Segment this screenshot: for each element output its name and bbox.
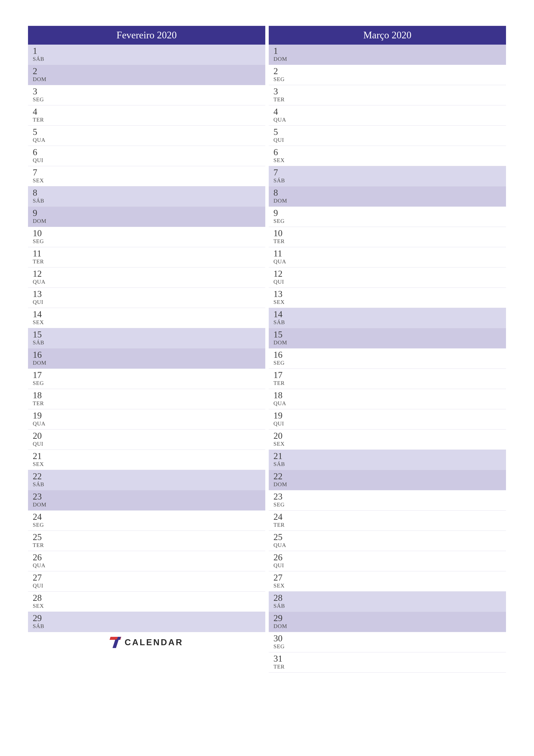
day-number: 15	[273, 330, 502, 339]
day-number: 3	[33, 87, 262, 96]
day-abbr: TER	[33, 117, 262, 123]
day-abbr: QUA	[273, 258, 502, 265]
day-abbr: QUA	[273, 400, 502, 407]
day-row: 5QUA	[28, 126, 265, 146]
day-number: 14	[33, 310, 262, 319]
day-row: 4TER	[28, 105, 265, 126]
day-abbr: DOM	[273, 339, 502, 346]
day-number: 21	[33, 451, 262, 461]
day-number: 29	[273, 613, 502, 623]
day-number: 27	[33, 573, 262, 582]
day-row: 20SEX	[269, 429, 506, 450]
day-number: 1	[273, 46, 502, 55]
day-abbr: SÁB	[33, 339, 262, 346]
day-row: 24SEG	[28, 511, 265, 531]
day-abbr: SEG	[33, 380, 262, 387]
day-row: 2DOM	[28, 65, 265, 85]
day-number: 11	[33, 249, 262, 258]
day-row: 9SEG	[269, 207, 506, 227]
day-number: 15	[33, 330, 262, 339]
day-row: 3SEG	[28, 85, 265, 105]
day-row: 27SEX	[269, 571, 506, 592]
day-number: 17	[33, 370, 262, 380]
day-row: 15SÁB	[28, 328, 265, 348]
day-abbr: DOM	[273, 198, 502, 204]
day-row: 16SEG	[269, 348, 506, 369]
month-column-fevereiro: Fevereiro 2020 1SÁB2DOM3SEG4TER5QUA6QUI7…	[28, 26, 265, 673]
day-abbr: SÁB	[273, 461, 502, 468]
day-abbr: QUA	[33, 562, 262, 569]
day-row: 11QUA	[269, 247, 506, 267]
day-number: 7	[33, 168, 262, 177]
day-row: 14SEX	[28, 308, 265, 328]
day-abbr: DOM	[273, 481, 502, 488]
day-number: 25	[33, 532, 262, 542]
day-row: 22DOM	[269, 470, 506, 490]
day-row: 18TER	[28, 389, 265, 409]
day-row: 28SEX	[28, 592, 265, 612]
day-row: 31TER	[269, 652, 506, 673]
day-number: 28	[273, 593, 502, 602]
day-row: 2SEG	[269, 65, 506, 85]
day-row: 21SEX	[28, 450, 265, 470]
day-number: 18	[33, 391, 262, 400]
day-number: 1	[33, 46, 262, 55]
day-abbr: SEX	[273, 157, 502, 164]
day-row: 5QUI	[269, 126, 506, 146]
day-number: 17	[273, 370, 502, 380]
day-abbr: SÁB	[33, 623, 262, 630]
day-abbr: QUI	[273, 562, 502, 569]
day-row: 25TER	[28, 531, 265, 551]
day-row: 7SEX	[28, 166, 265, 186]
day-number: 22	[273, 472, 502, 481]
day-abbr: QUA	[273, 542, 502, 549]
day-number: 25	[273, 532, 502, 542]
day-row: 24TER	[269, 511, 506, 531]
day-abbr: SÁB	[273, 603, 502, 609]
day-row: 1DOM	[269, 44, 506, 65]
month-days-list: 1SÁB2DOM3SEG4TER5QUA6QUI7SEX8SÁB9DOM10SE…	[28, 44, 265, 632]
day-row: 20QUI	[28, 429, 265, 450]
day-abbr: SÁB	[273, 319, 502, 326]
day-row: 8DOM	[269, 186, 506, 207]
day-number: 26	[33, 553, 262, 562]
day-abbr: SEG	[273, 218, 502, 224]
day-number: 11	[273, 249, 502, 258]
day-row: 1SÁB	[28, 44, 265, 65]
day-number: 10	[273, 229, 502, 238]
day-row: 4QUA	[269, 105, 506, 126]
day-number: 24	[33, 512, 262, 521]
day-abbr: DOM	[273, 56, 502, 62]
day-abbr: QUI	[33, 441, 262, 447]
day-abbr: TER	[273, 96, 502, 103]
day-row: 18QUA	[269, 389, 506, 409]
day-number: 19	[33, 411, 262, 420]
day-abbr: QUI	[33, 582, 262, 589]
day-row: 26QUA	[28, 551, 265, 571]
day-number: 5	[33, 127, 262, 136]
day-row: 12QUA	[28, 267, 265, 288]
day-abbr: QUA	[33, 137, 262, 143]
day-number: 21	[273, 451, 502, 461]
day-abbr: QUA	[33, 279, 262, 285]
day-number: 16	[33, 350, 262, 359]
day-number: 13	[273, 289, 502, 298]
day-abbr: SEX	[33, 461, 262, 468]
day-number: 9	[33, 208, 262, 217]
day-abbr: DOM	[33, 218, 262, 224]
day-number: 31	[273, 654, 502, 663]
day-abbr: QUI	[33, 299, 262, 305]
day-row: 26QUI	[269, 551, 506, 571]
day-number: 12	[273, 269, 502, 278]
day-row: 17SEG	[28, 369, 265, 389]
day-abbr: SEG	[273, 501, 502, 508]
day-row: 19QUA	[28, 409, 265, 429]
day-row: 8SÁB	[28, 186, 265, 207]
day-abbr: SEX	[273, 441, 502, 447]
day-abbr: SEG	[273, 643, 502, 650]
day-number: 8	[273, 188, 502, 197]
day-abbr: QUA	[273, 117, 502, 123]
day-abbr: SEG	[33, 522, 262, 528]
day-abbr: DOM	[33, 76, 262, 83]
day-row: 29SÁB	[28, 612, 265, 632]
